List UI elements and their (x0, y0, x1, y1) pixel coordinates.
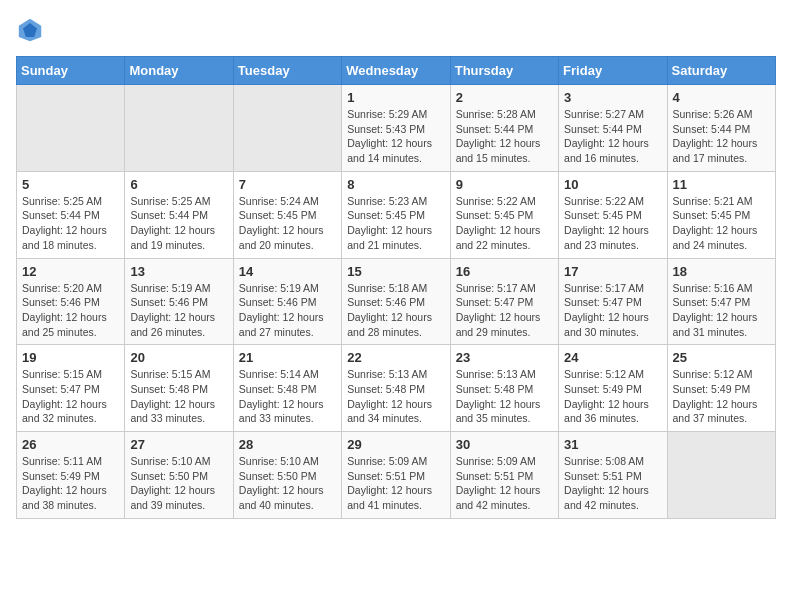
calendar-cell: 21Sunrise: 5:14 AMSunset: 5:48 PMDayligh… (233, 345, 341, 432)
calendar-cell: 11Sunrise: 5:21 AMSunset: 5:45 PMDayligh… (667, 171, 775, 258)
calendar-week-row: 26Sunrise: 5:11 AMSunset: 5:49 PMDayligh… (17, 432, 776, 519)
calendar-cell: 24Sunrise: 5:12 AMSunset: 5:49 PMDayligh… (559, 345, 667, 432)
day-number: 6 (130, 177, 227, 192)
day-number: 22 (347, 350, 444, 365)
calendar-header-row: SundayMondayTuesdayWednesdayThursdayFrid… (17, 57, 776, 85)
day-number: 30 (456, 437, 553, 452)
day-info: Sunrise: 5:25 AMSunset: 5:44 PMDaylight:… (130, 194, 227, 253)
day-number: 10 (564, 177, 661, 192)
day-number: 25 (673, 350, 770, 365)
calendar-cell: 2Sunrise: 5:28 AMSunset: 5:44 PMDaylight… (450, 85, 558, 172)
day-number: 2 (456, 90, 553, 105)
day-info: Sunrise: 5:12 AMSunset: 5:49 PMDaylight:… (673, 367, 770, 426)
day-number: 27 (130, 437, 227, 452)
calendar-week-row: 19Sunrise: 5:15 AMSunset: 5:47 PMDayligh… (17, 345, 776, 432)
col-header-saturday: Saturday (667, 57, 775, 85)
calendar-cell: 10Sunrise: 5:22 AMSunset: 5:45 PMDayligh… (559, 171, 667, 258)
day-number: 4 (673, 90, 770, 105)
day-number: 23 (456, 350, 553, 365)
day-info: Sunrise: 5:10 AMSunset: 5:50 PMDaylight:… (130, 454, 227, 513)
calendar-cell: 1Sunrise: 5:29 AMSunset: 5:43 PMDaylight… (342, 85, 450, 172)
calendar-cell: 23Sunrise: 5:13 AMSunset: 5:48 PMDayligh… (450, 345, 558, 432)
calendar-cell: 16Sunrise: 5:17 AMSunset: 5:47 PMDayligh… (450, 258, 558, 345)
calendar-cell: 26Sunrise: 5:11 AMSunset: 5:49 PMDayligh… (17, 432, 125, 519)
day-number: 31 (564, 437, 661, 452)
day-number: 16 (456, 264, 553, 279)
day-info: Sunrise: 5:22 AMSunset: 5:45 PMDaylight:… (456, 194, 553, 253)
calendar-cell: 22Sunrise: 5:13 AMSunset: 5:48 PMDayligh… (342, 345, 450, 432)
day-info: Sunrise: 5:09 AMSunset: 5:51 PMDaylight:… (347, 454, 444, 513)
day-info: Sunrise: 5:16 AMSunset: 5:47 PMDaylight:… (673, 281, 770, 340)
logo-icon (16, 16, 44, 44)
day-info: Sunrise: 5:13 AMSunset: 5:48 PMDaylight:… (456, 367, 553, 426)
calendar-cell (667, 432, 775, 519)
day-info: Sunrise: 5:22 AMSunset: 5:45 PMDaylight:… (564, 194, 661, 253)
day-info: Sunrise: 5:28 AMSunset: 5:44 PMDaylight:… (456, 107, 553, 166)
calendar-cell: 4Sunrise: 5:26 AMSunset: 5:44 PMDaylight… (667, 85, 775, 172)
day-info: Sunrise: 5:24 AMSunset: 5:45 PMDaylight:… (239, 194, 336, 253)
calendar-cell: 28Sunrise: 5:10 AMSunset: 5:50 PMDayligh… (233, 432, 341, 519)
calendar-cell (233, 85, 341, 172)
day-info: Sunrise: 5:29 AMSunset: 5:43 PMDaylight:… (347, 107, 444, 166)
day-number: 5 (22, 177, 119, 192)
day-number: 11 (673, 177, 770, 192)
calendar-cell: 6Sunrise: 5:25 AMSunset: 5:44 PMDaylight… (125, 171, 233, 258)
day-info: Sunrise: 5:23 AMSunset: 5:45 PMDaylight:… (347, 194, 444, 253)
calendar-cell: 18Sunrise: 5:16 AMSunset: 5:47 PMDayligh… (667, 258, 775, 345)
day-number: 21 (239, 350, 336, 365)
calendar-cell: 14Sunrise: 5:19 AMSunset: 5:46 PMDayligh… (233, 258, 341, 345)
day-info: Sunrise: 5:15 AMSunset: 5:47 PMDaylight:… (22, 367, 119, 426)
calendar-cell (125, 85, 233, 172)
calendar-cell: 31Sunrise: 5:08 AMSunset: 5:51 PMDayligh… (559, 432, 667, 519)
calendar-week-row: 1Sunrise: 5:29 AMSunset: 5:43 PMDaylight… (17, 85, 776, 172)
calendar-cell: 20Sunrise: 5:15 AMSunset: 5:48 PMDayligh… (125, 345, 233, 432)
calendar-week-row: 12Sunrise: 5:20 AMSunset: 5:46 PMDayligh… (17, 258, 776, 345)
page-header (16, 16, 776, 44)
calendar-cell: 13Sunrise: 5:19 AMSunset: 5:46 PMDayligh… (125, 258, 233, 345)
calendar-cell: 30Sunrise: 5:09 AMSunset: 5:51 PMDayligh… (450, 432, 558, 519)
day-number: 14 (239, 264, 336, 279)
day-info: Sunrise: 5:19 AMSunset: 5:46 PMDaylight:… (239, 281, 336, 340)
col-header-monday: Monday (125, 57, 233, 85)
calendar-table: SundayMondayTuesdayWednesdayThursdayFrid… (16, 56, 776, 519)
day-info: Sunrise: 5:09 AMSunset: 5:51 PMDaylight:… (456, 454, 553, 513)
day-number: 13 (130, 264, 227, 279)
day-info: Sunrise: 5:15 AMSunset: 5:48 PMDaylight:… (130, 367, 227, 426)
day-number: 24 (564, 350, 661, 365)
day-number: 8 (347, 177, 444, 192)
col-header-sunday: Sunday (17, 57, 125, 85)
day-number: 20 (130, 350, 227, 365)
day-info: Sunrise: 5:26 AMSunset: 5:44 PMDaylight:… (673, 107, 770, 166)
calendar-cell: 27Sunrise: 5:10 AMSunset: 5:50 PMDayligh… (125, 432, 233, 519)
col-header-tuesday: Tuesday (233, 57, 341, 85)
calendar-cell: 3Sunrise: 5:27 AMSunset: 5:44 PMDaylight… (559, 85, 667, 172)
day-info: Sunrise: 5:12 AMSunset: 5:49 PMDaylight:… (564, 367, 661, 426)
day-info: Sunrise: 5:17 AMSunset: 5:47 PMDaylight:… (564, 281, 661, 340)
day-info: Sunrise: 5:14 AMSunset: 5:48 PMDaylight:… (239, 367, 336, 426)
day-number: 1 (347, 90, 444, 105)
day-number: 12 (22, 264, 119, 279)
day-info: Sunrise: 5:13 AMSunset: 5:48 PMDaylight:… (347, 367, 444, 426)
day-number: 9 (456, 177, 553, 192)
day-number: 19 (22, 350, 119, 365)
calendar-cell: 29Sunrise: 5:09 AMSunset: 5:51 PMDayligh… (342, 432, 450, 519)
day-info: Sunrise: 5:11 AMSunset: 5:49 PMDaylight:… (22, 454, 119, 513)
calendar-cell: 17Sunrise: 5:17 AMSunset: 5:47 PMDayligh… (559, 258, 667, 345)
day-number: 7 (239, 177, 336, 192)
day-number: 17 (564, 264, 661, 279)
day-info: Sunrise: 5:21 AMSunset: 5:45 PMDaylight:… (673, 194, 770, 253)
calendar-cell: 15Sunrise: 5:18 AMSunset: 5:46 PMDayligh… (342, 258, 450, 345)
calendar-cell: 25Sunrise: 5:12 AMSunset: 5:49 PMDayligh… (667, 345, 775, 432)
day-info: Sunrise: 5:27 AMSunset: 5:44 PMDaylight:… (564, 107, 661, 166)
col-header-wednesday: Wednesday (342, 57, 450, 85)
day-number: 3 (564, 90, 661, 105)
day-info: Sunrise: 5:10 AMSunset: 5:50 PMDaylight:… (239, 454, 336, 513)
day-number: 15 (347, 264, 444, 279)
day-info: Sunrise: 5:17 AMSunset: 5:47 PMDaylight:… (456, 281, 553, 340)
calendar-cell: 8Sunrise: 5:23 AMSunset: 5:45 PMDaylight… (342, 171, 450, 258)
day-number: 28 (239, 437, 336, 452)
day-number: 29 (347, 437, 444, 452)
day-info: Sunrise: 5:20 AMSunset: 5:46 PMDaylight:… (22, 281, 119, 340)
calendar-cell (17, 85, 125, 172)
day-info: Sunrise: 5:19 AMSunset: 5:46 PMDaylight:… (130, 281, 227, 340)
